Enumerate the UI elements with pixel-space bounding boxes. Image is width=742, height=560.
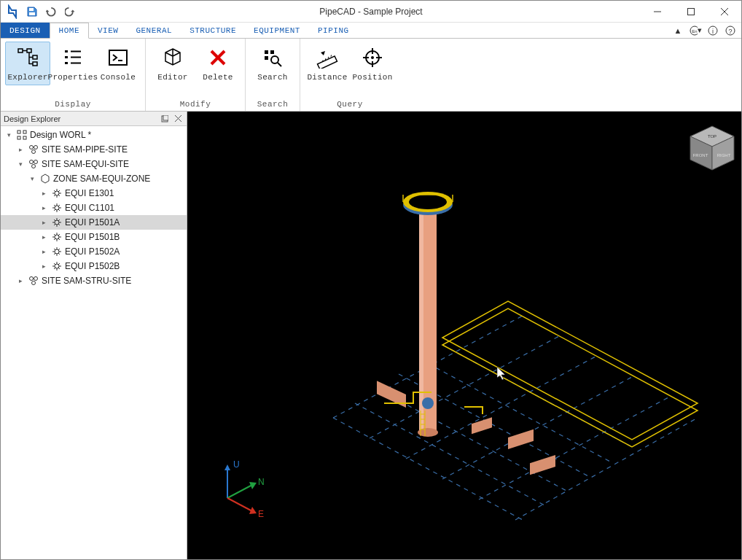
svg-point-51 xyxy=(32,165,36,168)
tree-label: EQUI P1501A xyxy=(65,217,120,228)
properties-button[interactable]: Properties xyxy=(50,42,95,85)
list-icon xyxy=(60,45,85,70)
svg-point-49 xyxy=(30,160,34,164)
svg-rect-76 xyxy=(472,417,492,434)
svg-rect-28 xyxy=(270,50,274,54)
delete-button[interactable]: Delete xyxy=(195,42,241,85)
tree-row-equi[interactable]: ▸ EQUI E1301 xyxy=(1,186,187,201)
svg-text:?: ? xyxy=(728,28,732,35)
tab-home[interactable]: HOME xyxy=(50,23,89,39)
tree-row-zone[interactable]: ▾ ZONE SAM-EQUI-ZONE xyxy=(1,171,187,186)
chevron-right-icon[interactable]: ▸ xyxy=(15,144,26,155)
panel-float-icon[interactable] xyxy=(159,113,171,125)
chevron-right-icon[interactable]: ▸ xyxy=(39,246,49,257)
language-icon[interactable]: En▾ xyxy=(689,24,702,37)
view-cube[interactable]: TOP FRONT RIGHT xyxy=(690,126,734,170)
redo-icon[interactable] xyxy=(62,4,78,20)
svg-line-99 xyxy=(227,485,252,498)
3d-scene: TOP FRONT RIGHT U N E xyxy=(187,112,741,559)
svg-rect-27 xyxy=(265,56,268,60)
explorer-label: Explorer xyxy=(7,73,47,82)
minimize-button[interactable] xyxy=(641,1,674,23)
help-icon[interactable]: ? xyxy=(724,24,737,37)
zone-icon xyxy=(39,173,51,184)
tab-view[interactable]: VIEW xyxy=(89,23,127,38)
tab-equipment[interactable]: EQUIPMENT xyxy=(245,23,309,38)
svg-point-29 xyxy=(271,56,278,63)
svg-text:E: E xyxy=(258,509,264,519)
maximize-button[interactable] xyxy=(674,1,708,23)
svg-rect-78 xyxy=(419,214,423,432)
svg-point-82 xyxy=(409,195,447,209)
distance-button[interactable]: Distance xyxy=(305,42,350,85)
tree-row-equi[interactable]: ▸ EQUI P1502B xyxy=(1,259,187,273)
chevron-right-icon[interactable]: ▸ xyxy=(39,188,49,198)
svg-rect-0 xyxy=(29,8,34,11)
group-query-label: Query xyxy=(300,98,399,111)
console-button[interactable]: Console xyxy=(95,42,141,85)
collapse-ribbon-icon[interactable]: ▲ xyxy=(671,24,684,37)
tree-row-equi[interactable]: ▸ EQUI C1101 xyxy=(1,201,187,215)
chevron-right-icon[interactable]: ▸ xyxy=(39,261,49,271)
save-icon[interactable] xyxy=(24,4,40,20)
design-explorer-panel: Design Explorer ▾ Design WORL * ▸ SITE S… xyxy=(1,112,187,559)
svg-point-47 xyxy=(34,146,38,149)
site-icon xyxy=(28,158,39,170)
undo-icon[interactable] xyxy=(43,4,59,20)
svg-rect-43 xyxy=(23,131,26,133)
tree-row-root[interactable]: ▾ Design WORL * xyxy=(1,128,187,142)
chevron-down-icon[interactable]: ▾ xyxy=(15,159,26,169)
chevron-right-icon[interactable]: ▸ xyxy=(15,276,26,286)
3d-viewport[interactable]: TOP FRONT RIGHT U N E xyxy=(187,112,741,559)
gear-icon xyxy=(51,217,63,228)
tree-icon xyxy=(15,45,40,70)
tree-label: EQUI P1502B xyxy=(65,261,120,271)
tree-label: EQUI C1101 xyxy=(65,203,114,213)
quick-access-toolbar xyxy=(1,4,82,20)
tree-row-site[interactable]: ▸ SITE SAM-STRU-SITE xyxy=(1,273,187,288)
gear-icon xyxy=(51,246,63,257)
svg-line-102 xyxy=(227,498,252,511)
svg-line-62 xyxy=(355,403,544,505)
chevron-right-icon[interactable]: ▸ xyxy=(39,203,49,213)
chevron-down-icon[interactable]: ▾ xyxy=(27,174,37,184)
axis-triad: U N E xyxy=(224,459,265,519)
cube-icon xyxy=(160,45,185,70)
tab-design[interactable]: DESIGN xyxy=(1,23,50,38)
main-area: Design Explorer ▾ Design WORL * ▸ SITE S… xyxy=(1,112,741,559)
ribbon-group-display: Explorer Properties Console Display xyxy=(1,39,146,111)
tab-piping[interactable]: PIPING xyxy=(309,23,358,38)
info-icon[interactable]: i xyxy=(706,24,719,37)
tree-label: EQUI E1301 xyxy=(65,188,114,198)
chevron-down-icon[interactable]: ▾ xyxy=(4,130,14,140)
chevron-right-icon[interactable]: ▸ xyxy=(39,217,49,228)
tree-row-equi[interactable]: ▸ EQUI P1502A xyxy=(1,244,187,259)
tree-row-site[interactable]: ▸ SITE SAM-PIPE-SITE xyxy=(1,142,187,157)
position-button[interactable]: Position xyxy=(350,42,395,85)
explorer-button[interactable]: Explorer xyxy=(5,42,50,85)
svg-point-48 xyxy=(32,150,36,154)
svg-rect-1 xyxy=(29,12,35,15)
tree-view[interactable]: ▾ Design WORL * ▸ SITE SAM-PIPE-SITE ▾ S… xyxy=(1,126,187,559)
tree-row-equi[interactable]: ▸ EQUI P1501A xyxy=(1,215,187,230)
site-icon xyxy=(28,275,39,287)
close-button[interactable] xyxy=(708,1,741,23)
tree-row-equi[interactable]: ▸ EQUI P1501B xyxy=(1,230,187,244)
svg-rect-12 xyxy=(18,49,23,52)
svg-point-46 xyxy=(30,146,34,149)
tab-general[interactable]: GENERAL xyxy=(127,23,181,38)
properties-label: Properties xyxy=(48,73,98,82)
svg-point-60 xyxy=(32,281,36,285)
tab-structure[interactable]: STRUCTURE xyxy=(181,23,245,38)
editor-button[interactable]: Editor xyxy=(150,42,195,85)
panel-close-icon[interactable] xyxy=(172,113,184,125)
svg-rect-45 xyxy=(23,136,26,139)
tree-label: SITE SAM-EQUI-SITE xyxy=(42,159,129,169)
svg-rect-44 xyxy=(17,136,20,139)
search-label: Search xyxy=(257,73,287,82)
search-button[interactable]: Search xyxy=(250,42,295,85)
tree-row-site[interactable]: ▾ SITE SAM-EQUI-SITE xyxy=(1,157,187,171)
chevron-right-icon[interactable]: ▸ xyxy=(39,232,49,242)
svg-rect-13 xyxy=(27,49,31,52)
ribbon-tabstrip: DESIGN HOME VIEW GENERAL STRUCTURE EQUIP… xyxy=(1,23,741,39)
